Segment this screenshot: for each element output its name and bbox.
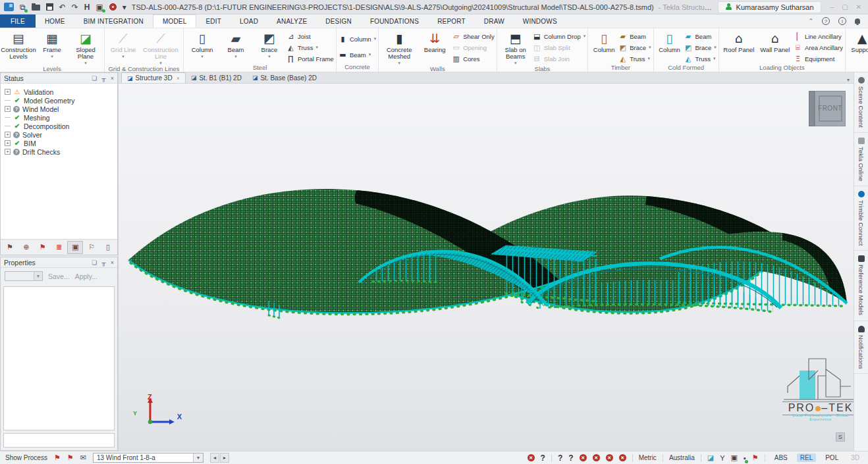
process-flag-icon[interactable]: ⚑ — [54, 453, 61, 462]
ribbon-tab-foundations[interactable]: FOUNDATIONS — [361, 14, 428, 28]
float-window-icon[interactable]: ❏ — [92, 259, 97, 266]
save-icon[interactable] — [46, 3, 53, 11]
model-viewport[interactable]: FRONT Z X Y PRO–TEK Local — [119, 84, 854, 451]
button-timber-beam[interactable]: Beam — [618, 31, 651, 41]
button-cold-formed-brace[interactable]: Brace▾ — [684, 42, 717, 53]
h-section-icon[interactable]: H — [84, 3, 90, 11]
ribbon-tab-load[interactable]: LOAD — [231, 14, 267, 28]
status-item-wind-model[interactable]: + ? Wind Model — [5, 105, 117, 113]
ribbon-tab-bim-integration[interactable]: BIM INTEGRATION — [74, 14, 153, 28]
expand-icon[interactable]: + — [5, 140, 11, 146]
flag-icon[interactable]: ⚑ — [752, 453, 759, 462]
button-slab-on-beams[interactable]: Slab on Beams▾ — [499, 30, 532, 65]
load-cases-icon[interactable]: ≣ — [51, 241, 67, 254]
button-truss[interactable]: Truss▾ — [286, 42, 334, 53]
expand-icon[interactable]: + — [5, 89, 11, 95]
validate-model-icon[interactable]: ▣ — [95, 3, 103, 11]
close-tab-icon[interactable]: × — [176, 75, 180, 82]
view-tab-st-base-2d[interactable]: ◪ St. Base (Base) 2D — [247, 72, 322, 83]
properties-selector[interactable]: ▼ — [5, 271, 43, 281]
sidebar-tekla-online[interactable]: Tekla Online — [854, 133, 868, 186]
button-construction-levels[interactable]: Construction Levels — [2, 30, 35, 60]
maximize-icon[interactable]: ▢ — [842, 3, 848, 11]
expand-icon[interactable]: + — [5, 149, 11, 155]
button-column-drop[interactable]: Column Drop▾ — [533, 31, 585, 41]
view-tab-structure-3d[interactable]: ◪ Structure 3D × — [121, 72, 186, 83]
ribbon-tab-analyze[interactable]: ANALYZE — [267, 14, 316, 28]
ribbon-tab-windows[interactable]: WINDOWS — [514, 14, 566, 28]
next-loadcase-icon[interactable]: ► — [220, 453, 229, 463]
units-label[interactable]: Metric — [639, 454, 657, 461]
button-timber-brace[interactable]: Brace▾ — [618, 42, 651, 53]
snapshot-button[interactable]: S — [836, 432, 845, 442]
button-steel-beam[interactable]: Beam▾ — [219, 30, 252, 59]
mode-rel-button[interactable]: REL — [797, 453, 816, 462]
button-wall-opening[interactable]: Opening — [452, 42, 495, 53]
button-support[interactable]: Support — [848, 30, 868, 53]
minimize-icon[interactable]: – — [830, 3, 834, 11]
report-list-icon[interactable]: ▯ — [100, 241, 116, 254]
ribbon-tab-design[interactable]: DESIGN — [316, 14, 361, 28]
status-item-meshing[interactable]: ✔ Meshing — [5, 113, 117, 122]
status-item-bim[interactable]: + ✔ BIM — [5, 139, 117, 147]
button-cores[interactable]: Cores — [452, 53, 495, 64]
button-grid-line[interactable]: Grid Line▾ — [107, 30, 140, 59]
button-steel-column[interactable]: Column▾ — [186, 30, 219, 59]
collapse-ribbon-icon[interactable]: ⌃ — [808, 18, 813, 24]
axis-filter-icon[interactable]: Y — [720, 454, 724, 462]
error-icon[interactable]: ✕ — [619, 454, 626, 461]
notifications-icon[interactable] — [855, 18, 860, 24]
button-shear-only-wall[interactable]: Shear Only — [452, 31, 495, 41]
loadcase-combo[interactable]: 13 Wind Front 1-8-a ▼ — [93, 453, 203, 463]
ribbon-tab-edit[interactable]: EDIT — [196, 14, 231, 28]
button-cold-formed-column[interactable]: Column — [656, 30, 684, 53]
snap-icon[interactable]: ▪ — [744, 454, 746, 462]
button-cold-formed-truss[interactable]: Truss▾ — [684, 53, 717, 64]
ribbon-tab-model[interactable]: MODEL — [153, 14, 197, 28]
question-icon[interactable]: ? — [541, 453, 545, 463]
status-item-decomposition[interactable]: ✔ Decomposition — [5, 122, 117, 130]
mode-3d-button[interactable]: 3D — [848, 453, 863, 462]
help-icon[interactable]: ? — [822, 17, 830, 25]
status-item-model-geometry[interactable]: ✔ Model Geometry — [5, 96, 117, 105]
button-slab-join[interactable]: Slab Join — [533, 53, 585, 64]
button-line-ancillary[interactable]: Line Ancillary — [794, 31, 843, 41]
button-slab-split[interactable]: Slab Split — [533, 42, 585, 53]
status-flag-icon[interactable]: ▣ — [67, 241, 83, 254]
undo-icon[interactable]: ↶ — [59, 3, 66, 11]
save-button[interactable]: Save... — [48, 272, 70, 280]
pin-icon[interactable]: ╥ — [101, 259, 105, 266]
region-label[interactable]: Australia — [669, 454, 695, 461]
sidebar-notifications[interactable]: Notifications — [854, 321, 868, 374]
error-icon[interactable]: ✕ — [580, 454, 587, 461]
mode-abs-button[interactable]: ABS — [771, 453, 791, 462]
button-roof-panel[interactable]: Roof Panel — [721, 30, 757, 53]
view-cube[interactable]: FRONT — [809, 91, 846, 126]
button-frame[interactable]: Frame▾ — [36, 30, 68, 59]
button-steel-brace[interactable]: Brace▾ — [253, 30, 286, 59]
error-icon[interactable]: ✕ — [528, 454, 535, 461]
view-tab-st-b1-2d[interactable]: ◪ St. B1 (B1) 2D — [186, 72, 247, 83]
redo-icon[interactable]: ↷ — [72, 3, 78, 11]
sidebar-trimble-connect[interactable]: Trimble Connect — [854, 186, 868, 251]
mode-pol-button[interactable]: POL — [822, 453, 842, 462]
ribbon-tab-home[interactable]: HOME — [36, 14, 74, 28]
sidebar-scene-content[interactable]: Scene Content — [854, 72, 868, 133]
show-process-button[interactable]: Show Process — [5, 454, 47, 461]
open-icon[interactable] — [32, 5, 40, 11]
button-concrete-meshed-wall[interactable]: Concrete Meshed▾ — [381, 30, 418, 65]
close-icon[interactable]: ✕ — [856, 3, 861, 11]
pin-icon[interactable]: ╥ — [101, 75, 105, 82]
sidebar-reference-models[interactable]: Reference Models — [854, 251, 868, 321]
button-concrete-column[interactable]: Column▾ — [339, 34, 376, 44]
view-cube-side[interactable] — [809, 91, 815, 126]
status-item-drift-checks[interactable]: + ? Drift Checks — [5, 147, 117, 156]
error-icon[interactable]: ✕ — [606, 454, 613, 461]
load-flag-icon[interactable]: ⚑ — [35, 241, 51, 254]
flag-outline-icon[interactable]: ⚐ — [84, 241, 99, 254]
close-icon[interactable]: × — [111, 75, 114, 82]
expand-icon[interactable]: + — [5, 132, 11, 138]
expand-icon[interactable]: + — [5, 106, 11, 112]
info-icon[interactable]: i — [838, 17, 846, 25]
record-icon[interactable] — [109, 3, 117, 11]
